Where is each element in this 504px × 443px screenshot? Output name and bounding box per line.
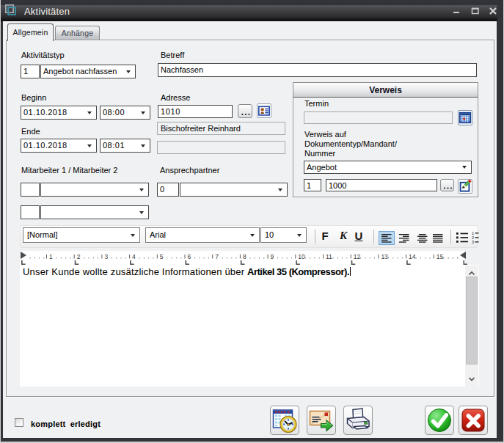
svg-text:12: 12: [354, 253, 361, 260]
svg-text:5: 5: [160, 253, 164, 260]
svg-text:15: 15: [437, 253, 444, 260]
svg-text:7: 7: [215, 253, 219, 260]
svg-text:2: 2: [77, 253, 81, 260]
svg-text:6: 6: [188, 253, 191, 260]
svg-text:13: 13: [381, 253, 388, 260]
svg-text:9: 9: [271, 253, 274, 260]
svg-text:14: 14: [409, 253, 416, 260]
svg-text:4: 4: [132, 253, 136, 260]
svg-text:3: 3: [104, 253, 108, 260]
svg-text:3: 3: [472, 240, 474, 244]
svg-text:1: 1: [49, 253, 53, 260]
svg-text:10: 10: [298, 253, 305, 260]
svg-text:11: 11: [326, 253, 332, 260]
svg-text:8: 8: [243, 253, 246, 260]
